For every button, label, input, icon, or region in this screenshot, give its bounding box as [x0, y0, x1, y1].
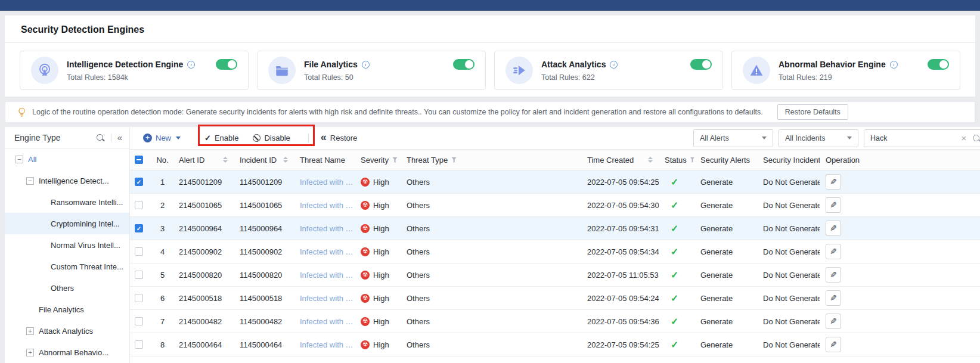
threat-name-link[interactable]: Infected with cobalt...: [300, 178, 355, 187]
sort-icon[interactable]: [223, 157, 228, 163]
tree-item[interactable]: Custom Threat Inte...: [5, 256, 129, 277]
threat-name-link[interactable]: Infected with mimik...: [300, 317, 355, 326]
threat-type-cell: Others: [401, 263, 575, 286]
edit-button[interactable]: [826, 221, 841, 236]
severity-high-icon: [361, 317, 370, 326]
table-row: 1 2145001209 1145001209 Infected with co…: [130, 170, 980, 194]
severity-cell: High: [355, 194, 401, 216]
engine-tree: − All − Intelligence Detect... Ransomwar…: [5, 148, 129, 363]
engine-toggle[interactable]: [928, 59, 949, 70]
tree-item-label: Others: [51, 284, 74, 293]
filter-funnel-icon[interactable]: [451, 157, 457, 163]
info-icon[interactable]: i: [187, 61, 195, 69]
severity-cell: High: [355, 333, 401, 356]
content-area: Engine Type « − All − Intelligence Detec…: [5, 127, 980, 363]
notice-text: Logic of the routine operation detection…: [32, 108, 763, 116]
threat-name-link[interactable]: Infected with noob...: [300, 340, 355, 349]
sort-icon[interactable]: [648, 157, 653, 163]
edit-button[interactable]: [826, 267, 841, 283]
tree-item[interactable]: + Abnormal Behavio...: [5, 342, 129, 363]
edit-button[interactable]: [826, 290, 841, 306]
alert-id-cell: 2145001065: [173, 194, 234, 216]
edit-button[interactable]: [826, 314, 841, 329]
column-header-threat-name: Threat Name: [294, 150, 355, 170]
tree-item[interactable]: Normal Virus Intell...: [5, 234, 129, 256]
severity-label: High: [373, 317, 389, 326]
row-checkbox[interactable]: [135, 247, 143, 256]
edit-button[interactable]: [826, 337, 841, 352]
row-checkbox[interactable]: [135, 224, 143, 232]
filter-funnel-icon[interactable]: [690, 157, 694, 163]
edit-button[interactable]: [826, 174, 841, 190]
engine-toggle[interactable]: [690, 59, 712, 70]
alert-id-cell: 2145000820: [173, 263, 234, 286]
time-created-cell: 2022-07-05 09:54:25: [575, 333, 659, 356]
tree-item[interactable]: − Intelligence Detect...: [5, 170, 129, 191]
filter-funnel-icon[interactable]: [392, 157, 398, 163]
edit-button[interactable]: [826, 244, 841, 259]
page-title: Security Detection Engines: [5, 15, 975, 43]
engine-toggle[interactable]: [216, 59, 237, 70]
restore-button[interactable]: Restore: [321, 134, 358, 142]
table-row: 5 2145000820 1145000820 Infected with ca…: [130, 263, 980, 287]
minus-expander[interactable]: −: [15, 156, 23, 163]
info-icon[interactable]: i: [362, 61, 370, 69]
main-area: New Enable Disable Restore All Alerts: [130, 127, 980, 363]
new-button[interactable]: New: [143, 134, 181, 142]
info-icon[interactable]: i: [890, 61, 898, 69]
column-header-status: Status: [659, 150, 694, 170]
engine-toggle[interactable]: [453, 59, 475, 70]
pencil-icon: [830, 224, 837, 233]
tree-item[interactable]: − All: [5, 148, 129, 170]
row-checkbox[interactable]: [135, 317, 143, 325]
select-all-checkbox[interactable]: [135, 156, 143, 164]
row-number-cell: 5: [152, 263, 173, 286]
threat-name-link[interactable]: Infected with remot...: [300, 294, 355, 303]
header-panel: Security Detection Engines Intelligence …: [5, 15, 975, 97]
plus-expander[interactable]: +: [26, 327, 34, 335]
row-checkbox[interactable]: [135, 294, 143, 302]
search-icon[interactable]: [97, 134, 105, 142]
disable-button[interactable]: Disable: [253, 134, 290, 142]
edit-button[interactable]: [826, 197, 841, 213]
row-checkbox[interactable]: [135, 340, 143, 349]
security-incidents-cell: Do Not Generate: [757, 263, 820, 286]
attack-arrow-icon: [505, 57, 533, 84]
threat-name-link[interactable]: Infected with dnslo...: [300, 201, 355, 210]
pencil-icon: [830, 317, 837, 326]
severity-cell: High: [355, 263, 401, 286]
minus-expander[interactable]: −: [26, 177, 34, 185]
row-number-cell: 3: [152, 217, 173, 240]
incidents-filter-dropdown[interactable]: All Incidents: [779, 129, 858, 147]
enable-button[interactable]: Enable: [204, 134, 238, 142]
clear-search-icon[interactable]: [960, 134, 968, 142]
info-icon[interactable]: i: [610, 61, 618, 69]
threat-type-cell: Others: [401, 240, 575, 263]
search-input[interactable]: [870, 134, 960, 142]
search-icon[interactable]: [973, 134, 980, 142]
status-enabled-icon: [671, 269, 678, 281]
tree-item-label: Intelligence Detect...: [39, 176, 109, 185]
tree-item[interactable]: Ransomware Intelli...: [5, 191, 129, 213]
pencil-icon: [830, 270, 837, 280]
security-incidents-cell: Do Not Generate: [757, 240, 820, 263]
threat-name-link[interactable]: Infected with carrot...: [300, 271, 355, 280]
plus-expander[interactable]: +: [26, 349, 34, 356]
tree-item[interactable]: Others: [5, 277, 129, 299]
status-enabled-icon: [671, 316, 678, 327]
sort-icon[interactable]: [283, 157, 288, 163]
alerts-filter-dropdown[interactable]: All Alerts: [693, 129, 773, 147]
tree-item[interactable]: File Analytics: [5, 299, 129, 320]
tree-item[interactable]: + Attack Analytics: [5, 320, 129, 342]
threat-name-link[interactable]: Infected with purpl...: [300, 224, 355, 233]
collapse-sidebar-icon[interactable]: «: [117, 133, 122, 142]
chevron-down-icon: [847, 136, 852, 139]
pencil-icon: [830, 293, 837, 303]
sidebar: Engine Type « − All − Intelligence Detec…: [5, 127, 130, 363]
row-checkbox[interactable]: [135, 201, 143, 209]
row-checkbox[interactable]: [135, 178, 143, 186]
restore-defaults-button[interactable]: Restore Defaults: [777, 104, 848, 120]
row-checkbox[interactable]: [135, 271, 143, 279]
tree-item[interactable]: Cryptomining Intel...: [5, 213, 129, 234]
threat-name-link[interactable]: Infected with blacol...: [300, 247, 355, 256]
